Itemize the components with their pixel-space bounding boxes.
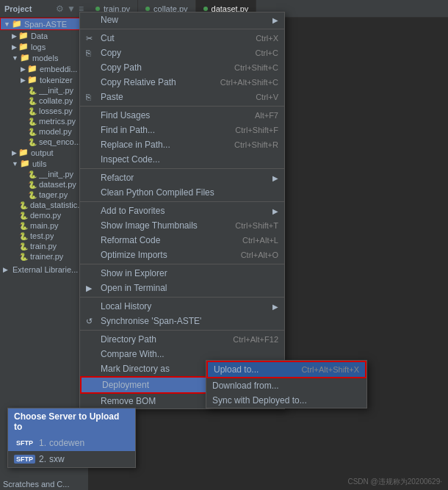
arrow-icon: ▼ [4, 21, 10, 28]
tree-item-embeddings[interactable]: ▶ 📁 embeddi... [0, 63, 88, 74]
py-file-icon: 🐍 [19, 253, 28, 261]
menu-item-paste[interactable]: ⎘ Paste Ctrl+V [80, 90, 284, 104]
folder-icon: 📁 [20, 53, 30, 62]
tree-item-models[interactable]: ▼ 📁 models [0, 52, 88, 63]
tree-item-test[interactable]: 🐍 test.py [0, 231, 88, 241]
tree-label: models [32, 54, 58, 62]
menu-item-find-path[interactable]: Find in Path... Ctrl+Shift+F [80, 123, 284, 137]
gear-icon[interactable]: ⚙ [56, 4, 64, 14]
arrow-icon: ▶ [12, 149, 17, 156]
tree-item-tager[interactable]: 🐍 tager.py [0, 190, 88, 200]
tree-item-data[interactable]: ▶ 📁 Data [0, 30, 88, 41]
menu-item-add-favorites[interactable]: Add to Favorites ▶ [80, 203, 284, 218]
menu-item-dir-path[interactable]: Directory Path Ctrl+Alt+F12 [80, 332, 284, 347]
external-libraries-label: External Librarie... [10, 265, 78, 274]
arrow-icon: ▶ [21, 76, 26, 84]
arrow-icon: ▼ [12, 160, 18, 167]
menu-item-local-history[interactable]: Local History ▶ [80, 299, 284, 314]
menu-item-new[interactable]: New ▶ [80, 12, 284, 27]
menu-item-inspect[interactable]: Inspect Code... [80, 152, 284, 167]
menu-item-find-usages[interactable]: Find Usages Alt+F7 [80, 108, 284, 123]
tree-label: logs [31, 43, 46, 51]
py-file-icon: 🐍 [19, 222, 28, 230]
project-title: Project [4, 4, 32, 13]
server-name-sxw: sxw [49, 454, 65, 464]
tree-label: collate.py [39, 96, 73, 105]
server-number-1: 1. [39, 438, 46, 448]
tree-item-trainer[interactable]: 🐍 trainer.py [0, 251, 88, 262]
arrow-icon: ▶ [3, 266, 8, 273]
menu-item-compare[interactable]: Compare With... [80, 347, 284, 361]
arrow-icon: ▶ [12, 43, 17, 51]
folder-icon: 📁 [27, 75, 37, 84]
menu-item-clean-compiled[interactable]: Clean Python Compiled Files [80, 185, 284, 200]
menu-item-synchronise[interactable]: ↺ Synchronise 'Span-ASTE' [80, 314, 284, 328]
menu-item-copy-path[interactable]: Copy Path Ctrl+Shift+C [80, 60, 284, 75]
menu-item-copy-relative[interactable]: Copy Relative Path Ctrl+Alt+Shift+C [80, 75, 284, 90]
scratches-label: Scratches and C... [0, 478, 88, 490]
tree-label: dataset.py [39, 180, 76, 189]
submenu-arrow: ▶ [272, 174, 278, 182]
tree-item-tokenizer[interactable]: ▶ 📁 tokenizer [0, 74, 88, 85]
menu-item-image-thumbnails[interactable]: Show Image Thumbnails Ctrl+Shift+T [80, 218, 284, 233]
arrow-icon: ▶ [21, 65, 26, 73]
menu-icon[interactable]: ▼ [67, 4, 76, 14]
tree-label: main.py [30, 221, 59, 230]
tree-item-collate[interactable]: 🐍 collate.py [0, 96, 88, 106]
submenu-item-upload[interactable]: Upload to... Ctrl+Alt+Shift+X [206, 361, 366, 378]
tree-item-utils-init[interactable]: 🐍 __init_.py [0, 169, 88, 179]
tree-item-metrics[interactable]: 🐍 metrics.py [0, 116, 88, 126]
tree-item-seq[interactable]: 🐍 seq_enco... [0, 137, 88, 147]
menu-item-show-explorer[interactable]: Show in Explorer [80, 266, 284, 281]
watermark: CSDN @违规称为20200629· [347, 477, 442, 487]
py-file-icon: 🐍 [19, 242, 28, 251]
py-file-icon: 🐍 [28, 87, 37, 95]
tree-label: utils [32, 159, 47, 168]
menu-item-open-terminal[interactable]: ▶ Open in Terminal [80, 281, 284, 295]
tree-label: __init_.py [39, 86, 73, 95]
tree-label: embeddi... [40, 65, 77, 73]
server-item-codewen[interactable]: SFTP 1. codewen [8, 435, 135, 451]
tree-label: metrics.py [39, 117, 76, 126]
submenu-arrow: ▶ [272, 303, 278, 311]
tree-label: demo.py [30, 211, 61, 220]
server-item-sxw[interactable]: SFTP 2. sxw [8, 451, 135, 467]
tree-label: Span-ASTE [24, 20, 67, 29]
tab-dot-collate [145, 7, 150, 11]
tree-item-dataset[interactable]: 🐍 dataset.py [0, 179, 88, 190]
tree-item-main[interactable]: 🐍 main.py [0, 220, 88, 231]
menu-item-copy[interactable]: ⎘ Copy Ctrl+C [80, 46, 284, 60]
tree-item-demo[interactable]: 🐍 demo.py [0, 210, 88, 220]
tree-item-losses[interactable]: 🐍 losses.py [0, 106, 88, 116]
tree-item-external-lib[interactable]: ▶ External Librarie... [0, 264, 88, 275]
tree-item-logs[interactable]: ▶ 📁 logs [0, 41, 88, 52]
deployment-submenu: Upload to... Ctrl+Alt+Shift+X Download f… [206, 360, 367, 408]
tree-item-init[interactable]: 🐍 __init_.py [0, 85, 88, 96]
tree-item-train[interactable]: 🐍 train.py [0, 241, 88, 251]
sftp-badge-2: SFTP [14, 455, 35, 464]
py-file-icon: 🐍 [28, 118, 37, 126]
menu-item-reformat[interactable]: Reformat Code Ctrl+Alt+L [80, 233, 284, 248]
tree-item-model[interactable]: 🐍 model.py [0, 126, 88, 137]
tree-label: trainer.py [30, 252, 63, 261]
tree-item-utils[interactable]: ▼ 📁 utils [0, 158, 88, 169]
py-file-icon: 🐍 [28, 170, 37, 179]
tree-item-output[interactable]: ▶ 📁 output [0, 147, 88, 158]
sync-icon: ↺ [86, 317, 99, 326]
tree-item-data-stat[interactable]: 🐍 data_statistic... [0, 200, 88, 210]
tree-label: Data [31, 32, 48, 40]
py-file-icon: 🐍 [28, 181, 37, 189]
tab-dot-train [95, 7, 100, 11]
menu-item-optimize-imports[interactable]: Optimize Imports Ctrl+Alt+O [80, 248, 284, 262]
py-file-icon: 🐍 [19, 232, 28, 240]
menu-item-replace-path[interactable]: Replace in Path... Ctrl+Shift+R [80, 137, 284, 152]
choose-server-panel: Choose Server to Upload to SFTP 1. codew… [7, 408, 136, 468]
cut-icon: ✂ [86, 34, 99, 43]
tree-root[interactable]: ▼ 📁 Span-ASTE [0, 18, 88, 30]
submenu-item-download[interactable]: Download from... [206, 378, 366, 393]
submenu-arrow: ▶ [272, 16, 278, 24]
menu-item-cut[interactable]: ✂ Cut Ctrl+X [80, 31, 284, 46]
tree-label: tokenizer [40, 76, 73, 84]
menu-item-refactor[interactable]: Refactor ▶ [80, 170, 284, 185]
submenu-item-sync[interactable]: Sync with Deployed to... [206, 393, 366, 408]
